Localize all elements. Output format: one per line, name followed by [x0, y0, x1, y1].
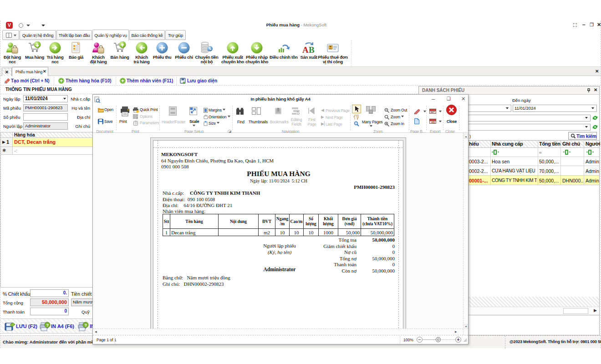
svg-text:A: A: [302, 45, 309, 55]
svg-text:?: ?: [85, 323, 87, 328]
svg-text:xls: xls: [431, 121, 435, 124]
svg-text:?: ?: [46, 323, 49, 328]
svg-text:B: B: [309, 45, 315, 55]
